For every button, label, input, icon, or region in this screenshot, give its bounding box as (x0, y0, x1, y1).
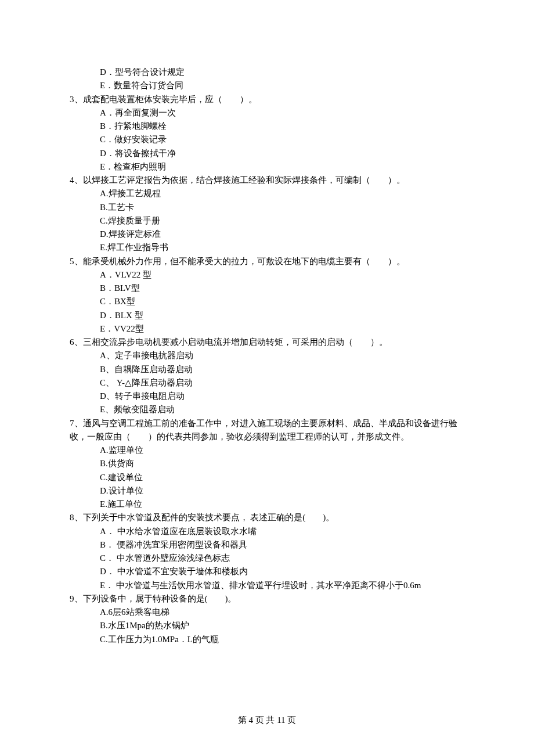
q4-option-e: E.焊工作业指导书 (70, 241, 464, 254)
q5-option-c: C．BX型 (70, 295, 464, 308)
q9-option-b: B.水压1Mpa的热水锅炉 (70, 619, 464, 632)
q7-option-a: A.监理单位 (70, 444, 464, 457)
orphan-option-d: D．型号符合设计规定 (70, 66, 464, 79)
page-footer: 第 4 页 共 11 页 (0, 714, 534, 727)
q6-option-e: E、频敏变阻器启动 (70, 403, 464, 416)
question-9-stem: 9、下列设备中，属于特种设备的是( )。 (70, 592, 464, 606)
orphan-option-e: E．数量符合订货合同 (70, 79, 464, 92)
q9-option-c: C.工作压力为1.0MPa．L的气瓶 (70, 633, 464, 646)
question-6-stem: 6、三相交流异步电动机要减小启动电流并增加启动转矩，可采用的启动（ ）。 (70, 336, 464, 349)
q3-option-b: B．拧紧地脚螺栓 (70, 120, 464, 133)
q9-option-a: A.6层6站乘客电梯 (70, 606, 464, 619)
q5-option-e: E．VV22型 (70, 322, 464, 336)
page-container: D．型号符合设计规定 E．数量符合订货合同 3、成套配电装置柜体安装完毕后，应（… (0, 0, 534, 756)
q3-option-c: C．做好安装记录 (70, 133, 464, 146)
q8-option-e: E． 中水管道与生活饮用水管道、排水管道平行埋设时，其水平净距离不得小于0.6m (70, 579, 464, 592)
q7-option-c: C.建设单位 (70, 471, 464, 484)
question-4-stem: 4、以焊接工艺评定报告为依据，结合焊接施工经验和实际焊接条件，可编制（ ）。 (70, 174, 464, 187)
q6-option-a: A、定子串接电抗器启动 (70, 349, 464, 362)
q4-option-a: A.焊接工艺规程 (70, 187, 464, 200)
question-7-stem: 7、通风与空调工程施工前的准备工作中，对进入施工现场的主要原材料、成品、半成品和… (70, 417, 464, 444)
q8-option-c: C． 中水管道外壁应涂浅绿色标志 (70, 552, 464, 565)
q7-option-e: E.施工单位 (70, 498, 464, 511)
question-3-stem: 3、成套配电装置柜体安装完毕后，应（ ）。 (70, 93, 464, 106)
q7-option-d: D.设计单位 (70, 484, 464, 498)
q3-option-d: D．将设备擦拭干净 (70, 147, 464, 160)
q6-option-d: D、转子串接电阻启动 (70, 390, 464, 403)
q8-option-b: B． 便器冲洗宜采用密闭型设备和器具 (70, 538, 464, 552)
q4-option-c: C.焊接质量手册 (70, 214, 464, 228)
q5-option-a: A．VLV22 型 (70, 268, 464, 282)
q6-option-b: B、自耦降压启动器启动 (70, 363, 464, 376)
q3-option-e: E．检查柜内照明 (70, 160, 464, 174)
q8-option-d: D． 中水管道不宜安装于墙体和楼板内 (70, 565, 464, 578)
q5-option-b: B．BLV型 (70, 282, 464, 295)
q4-option-d: D.焊接评定标准 (70, 228, 464, 241)
question-5-stem: 5、能承受机械外力作用，但不能承受大的拉力，可敷设在地下的电缆主要有（ ）。 (70, 255, 464, 268)
q5-option-d: D．BLX 型 (70, 309, 464, 322)
q7-option-b: B.供货商 (70, 457, 464, 470)
q6-option-c: C、 Y-△降压启动器启动 (70, 376, 464, 390)
q4-option-b: B.工艺卡 (70, 201, 464, 214)
question-8-stem: 8、下列关于中水管道及配件的安装技术要点， 表述正确的是( )。 (70, 511, 464, 524)
q8-option-a: A． 中水给水管道应在底层装设取水水嘴 (70, 525, 464, 538)
q3-option-a: A．再全面复测一次 (70, 106, 464, 120)
